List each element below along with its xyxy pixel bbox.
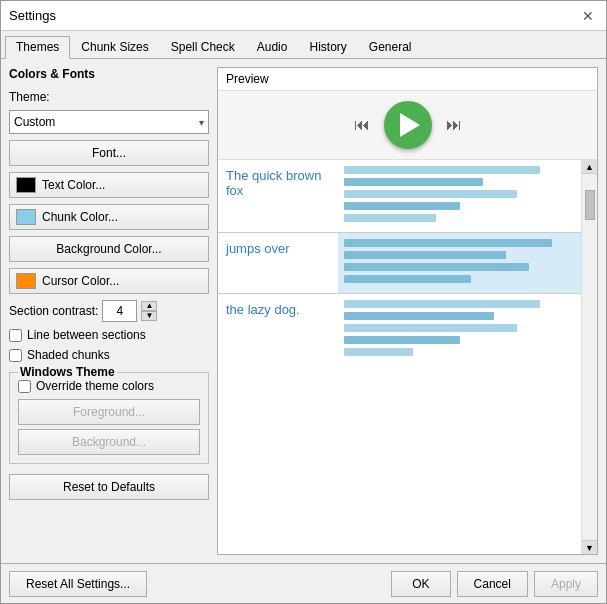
windows-theme-group: Windows Theme Override theme colors Fore…: [9, 372, 209, 464]
fast-forward-button[interactable]: ⏭: [442, 113, 466, 137]
scrollbar[interactable]: ▲ ▼: [581, 160, 597, 554]
bar: [344, 312, 494, 320]
bar: [344, 202, 460, 210]
scroll-down-arrow[interactable]: ▼: [582, 540, 598, 554]
cursor-color-button[interactable]: Cursor Color...: [9, 268, 209, 294]
bar: [344, 214, 436, 222]
title-bar: Settings ✕: [1, 1, 606, 31]
tab-spell-check[interactable]: Spell Check: [160, 36, 246, 59]
preview-section-1: The quick brown fox: [218, 160, 581, 233]
theme-label: Theme:: [9, 89, 209, 104]
scroll-thumb[interactable]: [585, 190, 595, 220]
override-theme-checkbox[interactable]: [18, 380, 31, 393]
bar: [344, 348, 413, 356]
apply-button[interactable]: Apply: [534, 571, 598, 597]
window-title: Settings: [9, 8, 56, 23]
reset-all-button[interactable]: Reset All Settings...: [9, 571, 147, 597]
spinner-up-button[interactable]: ▲: [141, 301, 157, 311]
foreground-button[interactable]: Foreground...: [18, 399, 200, 425]
chevron-down-icon: ▾: [199, 117, 204, 128]
background-color-button[interactable]: Background Color...: [9, 236, 209, 262]
preview-section-2: jumps over: [218, 233, 581, 294]
section-contrast-row: Section contrast: ▲ ▼: [9, 300, 209, 322]
tab-audio[interactable]: Audio: [246, 36, 299, 59]
cancel-button[interactable]: Cancel: [457, 571, 528, 597]
ok-button[interactable]: OK: [391, 571, 450, 597]
main-content: Colors & Fonts Theme: Custom ▾ Font... T…: [1, 59, 606, 563]
bar: [344, 324, 517, 332]
chunk-color-swatch: [16, 209, 36, 225]
section-contrast-spinner: ▲ ▼: [102, 300, 157, 322]
preview-section-3: the lazy dog.: [218, 294, 581, 366]
rewind-button[interactable]: ⏮: [350, 113, 374, 137]
section-bars-3: [338, 294, 581, 366]
theme-select[interactable]: Custom ▾: [9, 110, 209, 134]
bar: [344, 300, 540, 308]
text-color-button[interactable]: Text Color...: [9, 172, 209, 198]
bar: [344, 275, 471, 283]
tab-general[interactable]: General: [358, 36, 423, 59]
bar: [344, 336, 460, 344]
spinner-down-button[interactable]: ▼: [141, 311, 157, 321]
preview-panel: Preview ⏮ ⏭ The quick brown fox: [217, 67, 598, 555]
close-button[interactable]: ✕: [578, 6, 598, 26]
override-theme-checkbox-row[interactable]: Override theme colors: [18, 379, 200, 393]
tab-history[interactable]: History: [298, 36, 357, 59]
cursor-color-swatch: [16, 273, 36, 289]
line-between-checkbox-row[interactable]: Line between sections: [9, 328, 209, 342]
reset-defaults-button[interactable]: Reset to Defaults: [9, 474, 209, 500]
colors-fonts-label: Colors & Fonts: [9, 67, 209, 81]
footer-right: OK Cancel Apply: [391, 571, 598, 597]
section-text-3: the lazy dog.: [218, 294, 338, 366]
shaded-chunks-checkbox-row[interactable]: Shaded chunks: [9, 348, 209, 362]
bar: [344, 239, 552, 247]
left-panel: Colors & Fonts Theme: Custom ▾ Font... T…: [9, 67, 209, 555]
footer: Reset All Settings... OK Cancel Apply: [1, 563, 606, 603]
background-btn2[interactable]: Background...: [18, 429, 200, 455]
font-button[interactable]: Font...: [9, 140, 209, 166]
play-icon: [400, 113, 420, 137]
bar: [344, 166, 540, 174]
bar: [344, 190, 517, 198]
section-text-1: The quick brown fox: [218, 160, 338, 232]
chunk-color-button[interactable]: Chunk Color...: [9, 204, 209, 230]
play-button[interactable]: [384, 101, 432, 149]
tab-themes[interactable]: Themes: [5, 36, 70, 59]
bar: [344, 178, 483, 186]
settings-window: Settings ✕ Themes Chunk Sizes Spell Chec…: [0, 0, 607, 604]
section-bars-2: [338, 233, 581, 293]
preview-controls: ⏮ ⏭: [218, 91, 597, 160]
text-color-swatch: [16, 177, 36, 193]
tab-chunk-sizes[interactable]: Chunk Sizes: [70, 36, 159, 59]
preview-content: The quick brown fox jumps: [218, 160, 581, 554]
section-bars-1: [338, 160, 581, 232]
scroll-up-arrow[interactable]: ▲: [582, 160, 598, 174]
bar: [344, 263, 529, 271]
section-text-2: jumps over: [218, 233, 338, 293]
theme-value: Custom: [14, 115, 55, 129]
section-contrast-input[interactable]: [102, 300, 137, 322]
tab-bar: Themes Chunk Sizes Spell Check Audio His…: [1, 31, 606, 59]
line-between-checkbox[interactable]: [9, 329, 22, 342]
shaded-chunks-checkbox[interactable]: [9, 349, 22, 362]
preview-label: Preview: [218, 68, 597, 91]
footer-left: Reset All Settings...: [9, 571, 147, 597]
bar: [344, 251, 506, 259]
